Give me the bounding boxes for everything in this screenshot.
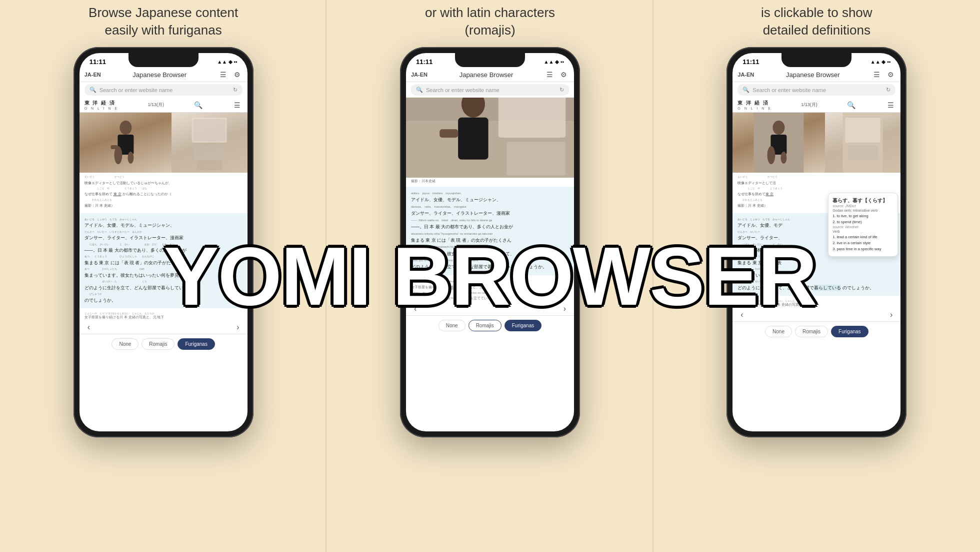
tab-furiganas-1[interactable]: Furiganas xyxy=(178,338,214,350)
website-content-3: 東 洋 経 済 O N L I N E 1/13(月) 🔍 ☰ xyxy=(732,98,900,308)
site-search-icon-1[interactable]: 🔍 xyxy=(193,100,203,110)
back-arrow-2[interactable]: ‹ xyxy=(414,304,416,313)
list-icon-2[interactable]: ☰ xyxy=(545,70,555,80)
site-image-1 xyxy=(80,113,248,173)
list-icon-1[interactable]: ☰ xyxy=(218,70,228,80)
svg-rect-23 xyxy=(846,118,880,143)
status-time-3: 11:11 xyxy=(742,58,759,66)
tab-none-2[interactable]: None xyxy=(438,320,466,331)
page-container: Browse Japanese content easily with furi… xyxy=(0,0,980,552)
status-time-1: 11:11 xyxy=(90,58,106,66)
list-icon-3[interactable]: ☰ xyxy=(872,70,882,80)
dict-source2: source: Wordnet xyxy=(832,225,894,229)
tab-romajis-2[interactable]: Romajis xyxy=(468,320,502,331)
caption-line2-3: detailed definitions xyxy=(763,23,870,38)
tab-romajis-1[interactable]: Romajis xyxy=(142,338,174,350)
svg-rect-24 xyxy=(848,145,878,160)
browser-lang-1: JA-EN xyxy=(84,72,101,78)
svg-rect-7 xyxy=(194,145,224,160)
back-arrow-1[interactable]: ‹ xyxy=(88,323,90,332)
site-image-3 xyxy=(732,113,900,173)
search-icon-3: 🔍 xyxy=(742,87,750,93)
phone-section-1: Browse Japanese content easily with furi… xyxy=(0,0,326,552)
img-left-1 xyxy=(80,113,172,173)
japanese-text-furigana-1: えいぞう かつどう 映像エディターとして活動しているじゅが〜ちゃんが、 しごと … xyxy=(80,173,248,211)
site-date-3: 1/13(月) xyxy=(801,102,818,108)
site-image-inner-2 xyxy=(406,98,574,178)
gear-icon-3[interactable]: ⚙ xyxy=(886,70,896,80)
site-header-1: 東 洋 経 済 O N L I N E 1/13(月) 🔍 ☰ xyxy=(80,98,248,113)
svg-rect-8 xyxy=(197,160,222,170)
phone-section-3: is clickable to show detailed definition… xyxy=(654,0,980,552)
forward-arrow-2[interactable]: › xyxy=(564,304,566,313)
content-block-blue-1: あいどる じょゆう もでる みゅーじしゃん アイドル、女優、モデル、ミュージシャ… xyxy=(80,213,248,309)
phones-row: Browse Japanese content easily with furi… xyxy=(0,0,980,552)
caption-line2-2: (romajis) xyxy=(464,23,515,38)
tab-romajis-3[interactable]: Romajis xyxy=(795,326,828,337)
svg-rect-4 xyxy=(110,145,118,149)
search-placeholder-3: Search or enter website name xyxy=(752,87,883,93)
svg-rect-15 xyxy=(507,142,566,176)
browser-bar-1[interactable]: JA-EN Japanese Browser ☰ ⚙ xyxy=(80,68,248,82)
bottom-tabs-3[interactable]: None Romajis Furiganas xyxy=(732,321,900,341)
dict-type2: Verb xyxy=(832,230,894,233)
img-right-3 xyxy=(825,113,900,173)
phone-section-2: or with latin characters (romajis) 11:11… xyxy=(326,0,653,552)
dict-word: 暮らす、暮す【くらす】 xyxy=(832,197,894,204)
dict-type1: Godan verb: Intransitive verb xyxy=(832,209,894,212)
search-bar-2[interactable]: 🔍 Search or enter website name ↻ xyxy=(411,84,569,96)
search-icon-1: 🔍 xyxy=(90,87,96,93)
nav-tabs-2: ‹ › None Romajis Furiganas xyxy=(406,302,574,335)
browser-bar-3[interactable]: JA-EN Japanese Browser ☰ ⚙ xyxy=(732,68,900,82)
site-header-3: 東 洋 経 済 O N L I N E 1/13(月) 🔍 ☰ xyxy=(732,98,900,113)
phone-notch-2 xyxy=(455,53,525,67)
refresh-icon-3[interactable]: ↻ xyxy=(886,87,890,93)
browser-title-2: Japanese Browser xyxy=(432,71,541,79)
site-search-icon-3[interactable]: 🔍 xyxy=(846,100,856,110)
dict-def5: 3. pass time in a specific way xyxy=(832,246,894,252)
svg-point-3 xyxy=(128,152,134,164)
gear-icon-2[interactable]: ⚙ xyxy=(559,70,569,80)
content-caption-2: joshi heya wo sori tsuizakuru no shasin … xyxy=(406,277,574,302)
phone-screen-1: 11:11 ▲▲ ◈ ▪▪ JA-EN Japanese Browser ☰ ⚙… xyxy=(80,53,248,431)
svg-point-21 xyxy=(781,152,787,164)
site-menu-icon-3[interactable]: ☰ xyxy=(886,100,896,110)
refresh-icon-1[interactable]: ↻ xyxy=(233,87,238,93)
status-icons-3: ▲▲ ◈ ▪▪ xyxy=(870,59,890,65)
forward-arrow-1[interactable]: › xyxy=(236,323,239,332)
svg-rect-13 xyxy=(440,129,458,138)
forward-arrow-3[interactable]: › xyxy=(890,310,892,319)
nav-tabs-1: ‹ › None Romajis Furiganas xyxy=(80,321,248,354)
bottom-tabs-1[interactable]: None Romajis Furiganas xyxy=(80,334,248,354)
nav-arrows-1: ‹ › xyxy=(80,321,248,334)
photo-caption-2: 撮影：川本史緒 xyxy=(406,178,574,185)
caption-line2: easily with furiganas xyxy=(105,23,222,38)
status-time-2: 11:11 xyxy=(416,58,432,66)
img-left-3 xyxy=(732,113,825,173)
nav-tabs-3: ‹ › None Romajis Furiganas xyxy=(732,308,900,341)
search-placeholder-1: Search or enter website name xyxy=(100,87,230,93)
content-caption-1: じょしへや とりつづけるかもしれない じゃしん もとちか 女子部屋を撮り続ける川… xyxy=(80,310,248,321)
tab-furiganas-3[interactable]: Furiganas xyxy=(831,326,868,337)
phone-notch-3 xyxy=(782,53,852,67)
search-bar-1[interactable]: 🔍 Search or enter website name ↻ xyxy=(84,84,242,96)
refresh-icon-2[interactable]: ↻ xyxy=(560,87,564,93)
bottom-tabs-2[interactable]: None Romajis Furiganas xyxy=(406,315,574,335)
tab-none-1[interactable]: None xyxy=(112,338,138,350)
site-menu-icon-1[interactable]: ☰ xyxy=(232,100,242,110)
nav-arrows-2: ‹ › xyxy=(406,302,574,315)
tab-none-3[interactable]: None xyxy=(765,326,792,337)
phone-screen-3: 11:11 ▲▲ ◈ ▪▪ JA-EN Japanese Browser ☰ ⚙… xyxy=(732,53,900,431)
caption-line1-2: or with latin characters xyxy=(425,5,555,20)
caption-2: or with latin characters (romajis) xyxy=(410,4,570,39)
gear-icon-1[interactable]: ⚙ xyxy=(232,70,242,80)
browser-bar-2[interactable]: JA-EN Japanese Browser ☰ ⚙ xyxy=(406,68,574,82)
search-bar-3[interactable]: 🔍 Search or enter website name ↻ xyxy=(738,84,896,96)
content-caption-3: じょしへや とりつづけるかもしれない じゃしん もとちか 女子部屋を撮り続ける川… xyxy=(732,298,900,308)
caption-3: is clickable to show detailed definition… xyxy=(746,4,888,39)
caption-1: Browse Japanese content easily with furi… xyxy=(74,4,253,39)
site-image-inner-3 xyxy=(732,113,900,173)
back-arrow-3[interactable]: ‹ xyxy=(740,310,743,319)
phone-mockup-3: 11:11 ▲▲ ◈ ▪▪ JA-EN Japanese Browser ☰ ⚙… xyxy=(726,47,906,437)
tab-furiganas-2[interactable]: Furiganas xyxy=(504,320,542,331)
